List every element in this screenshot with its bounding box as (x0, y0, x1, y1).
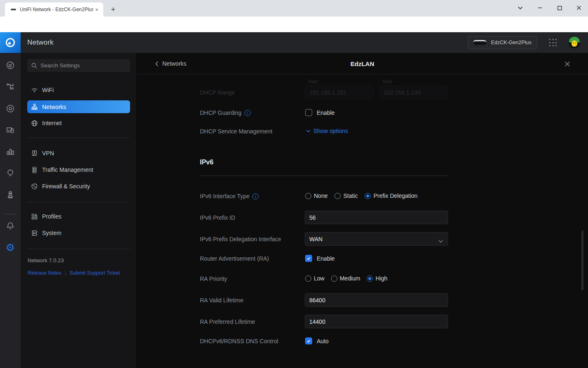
ra-priority-radios: Low Medium High (305, 275, 387, 282)
sidebar-links: Release Notes | Submit Support Ticket (28, 270, 120, 276)
ra-priority-label: RA Priority (200, 275, 301, 283)
dhcp-range-stop-label: Stop (382, 79, 392, 84)
new-tab-button[interactable]: + (108, 5, 118, 14)
sidebar-item-vpn[interactable]: VPN (21, 147, 137, 159)
panel-close-icon[interactable] (562, 59, 573, 69)
rail-divider (5, 214, 16, 214)
vpn-icon (31, 150, 38, 157)
console-device-image (473, 40, 486, 45)
radio-high[interactable]: High (367, 275, 387, 282)
dhcpv6-rdnss-checkbox[interactable] (305, 337, 312, 344)
radio-low[interactable]: Low (305, 275, 325, 282)
topology-icon[interactable] (5, 81, 16, 92)
screen: UniFi Network - EdzCK-Gen2Plus × + (0, 0, 588, 368)
dhcp-guarding-checkbox-label: Enable (317, 109, 335, 116)
ipv6-pd-interface-select[interactable]: WAN (305, 232, 448, 246)
globe-icon (31, 120, 38, 127)
notifications-bell-icon[interactable] (5, 221, 16, 231)
sidebar-item-wifi[interactable]: WiFi (21, 84, 137, 96)
ra-preferred-lifetime-input[interactable] (305, 315, 448, 328)
unifi-logo[interactable] (0, 32, 21, 53)
sidebar-divider (27, 202, 130, 202)
dhcp-guarding-checkbox[interactable] (305, 109, 312, 116)
router-advertisement-label: Router Advertisement (RA) (200, 255, 301, 262)
sidebar-item-profiles[interactable]: Profiles (21, 210, 137, 223)
ipv6-interface-type-label: IPv6 Interface Type i (200, 192, 301, 200)
search-placeholder: Search Settings (40, 62, 80, 69)
radio-prefix-delegation[interactable]: Prefix Delegation (365, 192, 417, 199)
link-separator: | (65, 270, 66, 276)
devices-icon[interactable] (5, 103, 16, 114)
check-icon (306, 339, 311, 343)
browser-tabstrip: UniFi Network - EdzCK-Gen2Plus × + (0, 0, 588, 17)
wifi-icon (31, 87, 38, 94)
statistics-icon[interactable] (5, 146, 16, 157)
ipv6-prefix-id-input[interactable] (305, 211, 448, 224)
back-to-networks-button[interactable]: Networks (155, 53, 186, 74)
networks-icon (31, 103, 38, 110)
info-icon[interactable]: i (252, 193, 258, 199)
hotspot-icon[interactable] (5, 189, 16, 200)
ipv6-prefix-id-label: IPv6 Prefix ID (200, 214, 301, 221)
profiles-icon (31, 213, 38, 220)
app-switcher-icon[interactable] (549, 39, 557, 46)
console-device-name: EdzCK-Gen2Plus (491, 40, 531, 45)
sidebar-item-system[interactable]: System (21, 227, 137, 239)
router-advertisement-checkbox-label: Enable (317, 255, 335, 262)
sidebar-item-traffic-management[interactable]: Traffic Management (21, 164, 137, 176)
network-detail-panel: EdzLAN Networks DHCP Range Start Stop DH… (137, 53, 588, 368)
search-icon (31, 63, 37, 69)
user-avatar[interactable] (569, 37, 580, 48)
scrollbar-thumb[interactable] (581, 230, 583, 290)
dashboard-icon[interactable] (5, 60, 16, 71)
window-close-button[interactable] (572, 2, 586, 14)
tab-close-icon[interactable]: × (93, 6, 100, 14)
ra-valid-lifetime-label: RA Valid Lifetime (200, 297, 301, 304)
dhcpv6-rdnss-checkbox-label: Auto (317, 338, 329, 344)
traffic-management-icon (31, 166, 38, 173)
section-divider (200, 176, 448, 176)
submit-support-ticket-link[interactable]: Submit Support Ticket (69, 270, 120, 276)
clients-icon[interactable] (5, 125, 16, 135)
settings-gear-icon[interactable]: ⚙ (5, 242, 16, 253)
panel-header (137, 53, 588, 74)
nav-rail: ⚙ (0, 53, 21, 368)
window-minimize-button[interactable] (533, 2, 547, 14)
release-notes-link[interactable]: Release Notes (28, 270, 62, 276)
chevron-down-icon (439, 237, 443, 244)
window-maximize-button[interactable] (552, 2, 567, 14)
ipv6-section-heading: IPv6 (200, 159, 213, 166)
tab-search-chevron-icon[interactable] (513, 2, 527, 14)
router-advertisement-checkbox[interactable] (305, 255, 312, 262)
dhcp-range-start-input[interactable] (305, 85, 374, 99)
ipv6-interface-type-radios: None Static Prefix Delegation (305, 192, 417, 199)
sidebar-divider (27, 138, 130, 138)
sidebar-item-firewall-security[interactable]: Firewall & Security (21, 180, 137, 192)
ra-valid-lifetime-input[interactable] (305, 293, 448, 307)
ipv6-pd-interface-label: IPv6 Prefix Delegation Interface (200, 235, 301, 243)
browser-tab[interactable]: UniFi Network - EdzCK-Gen2Plus × (5, 2, 103, 17)
version-text: Network 7.0.23 (28, 257, 64, 264)
dhcp-range-stop-input[interactable] (379, 85, 448, 99)
insights-bulb-icon[interactable] (5, 168, 16, 178)
radio-static[interactable]: Static (334, 192, 358, 199)
show-options-link[interactable]: Show options (306, 128, 348, 134)
sidebar-item-networks[interactable]: Networks (27, 100, 130, 113)
app-header: Network EdzCK-Gen2Plus (0, 32, 588, 53)
sidebar-divider (27, 249, 130, 249)
check-icon (306, 256, 311, 261)
search-settings-input[interactable]: Search Settings (27, 59, 130, 72)
console-selector[interactable]: EdzCK-Gen2Plus (468, 36, 537, 49)
radio-none[interactable]: None (305, 192, 327, 199)
dhcp-range-start-label: Start (308, 79, 318, 84)
unifi-app: Network EdzCK-Gen2Plus (0, 32, 588, 368)
sidebar-item-internet[interactable]: Internet (21, 117, 137, 129)
radio-medium[interactable]: Medium (331, 275, 360, 282)
shield-icon (31, 183, 38, 190)
chevron-left-icon (155, 61, 159, 66)
info-icon[interactable]: i (244, 110, 251, 116)
settings-sidebar: Search Settings WiFi Networks Internet V… (21, 53, 137, 368)
browser-toolbar: 192.168.1.10/network/default/settings/ne… (0, 17, 588, 32)
ra-preferred-lifetime-label: RA Preferred Lifetime (200, 318, 301, 325)
tab-favicon-icon (11, 9, 16, 10)
